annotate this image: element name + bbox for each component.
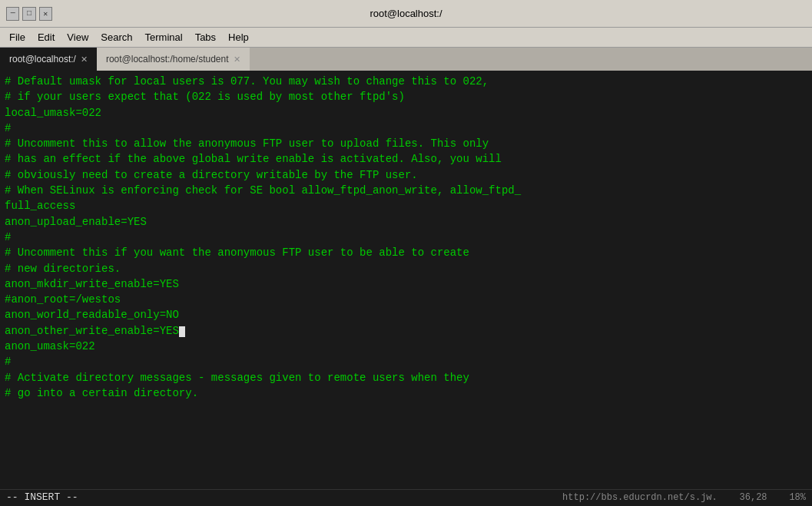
menu-file[interactable]: File xyxy=(3,30,31,45)
terminal-line: # go into a certain directory. xyxy=(5,385,807,401)
menubar: File Edit View Search Terminal Tabs Help xyxy=(0,28,812,48)
menu-help[interactable]: Help xyxy=(222,30,255,45)
tab-1-label: root@localhost:/home/student xyxy=(106,54,229,64)
tab-0-label: root@localhost:/ xyxy=(9,54,76,64)
tabbar: root@localhost:/ ✕ root@localhost:/home/… xyxy=(0,48,812,71)
terminal-line: anon_other_write_enable=YES xyxy=(5,323,807,339)
tab-0-close[interactable]: ✕ xyxy=(81,55,88,64)
terminal-line: # xyxy=(5,121,807,136)
terminal-line: # obviously need to create a directory w… xyxy=(5,167,807,183)
terminal-line: anon_world_readable_only=NO xyxy=(5,307,807,322)
terminal-line: # xyxy=(5,230,807,245)
status-mode: -- INSERT -- xyxy=(6,491,78,504)
terminal-line: # Activate directory messages - messages… xyxy=(5,370,807,385)
close-button[interactable]: ✕ xyxy=(39,7,52,21)
maximize-button[interactable]: □ xyxy=(22,7,35,21)
terminal-line: # new directories. xyxy=(5,261,807,276)
minimize-button[interactable]: ─ xyxy=(6,7,19,21)
terminal-line: # Uncomment this to allow the anonymous … xyxy=(5,136,807,151)
terminal-line: local_umask=022 xyxy=(5,105,807,121)
menu-terminal[interactable]: Terminal xyxy=(139,30,189,45)
terminal-line: # When SELinux is enforcing check for SE… xyxy=(5,183,807,198)
terminal-line: anon_mkdir_write_enable=YES xyxy=(5,276,807,292)
statusbar: -- INSERT -- http://bbs.educrdn.net/s.jw… xyxy=(0,489,812,506)
menu-search[interactable]: Search xyxy=(94,30,138,45)
terminal-line: # has an effect if the above global writ… xyxy=(5,151,807,167)
status-info: http://bbs.educrdn.net/s.jw. 36,28 18% xyxy=(562,491,806,504)
terminal-line: # Default umask for local users is 077. … xyxy=(5,74,807,89)
titlebar: ─ □ ✕ root@localhost:/ xyxy=(0,0,812,28)
status-url: http://bbs.educrdn.net/s.jw. xyxy=(562,492,718,503)
terminal-line: # xyxy=(5,354,807,369)
terminal-line: full_access xyxy=(5,198,807,213)
menu-view[interactable]: View xyxy=(61,30,94,45)
tab-0[interactable]: root@localhost:/ ✕ xyxy=(0,48,97,71)
window-title: root@localhost:/ xyxy=(52,8,760,19)
tab-1-close[interactable]: ✕ xyxy=(234,55,240,64)
terminal-area[interactable]: # Default umask for local users is 077. … xyxy=(0,71,812,506)
terminal-content: # Default umask for local users is 077. … xyxy=(5,74,807,401)
status-pct: 18% xyxy=(789,492,806,503)
menu-tabs[interactable]: Tabs xyxy=(189,30,222,45)
terminal-line: anon_upload_enable=YES xyxy=(5,214,807,230)
terminal-line: # if your users expect that (022 is used… xyxy=(5,89,807,104)
tab-1[interactable]: root@localhost:/home/student ✕ xyxy=(97,48,250,71)
terminal-line: # Uncomment this if you want the anonymo… xyxy=(5,245,807,260)
status-pos: 36,28 xyxy=(740,492,767,503)
terminal-line: anon_umask=022 xyxy=(5,339,807,354)
text-cursor xyxy=(179,326,185,337)
menu-edit[interactable]: Edit xyxy=(31,30,61,45)
terminal-line: #anon_root=/westos xyxy=(5,292,807,307)
